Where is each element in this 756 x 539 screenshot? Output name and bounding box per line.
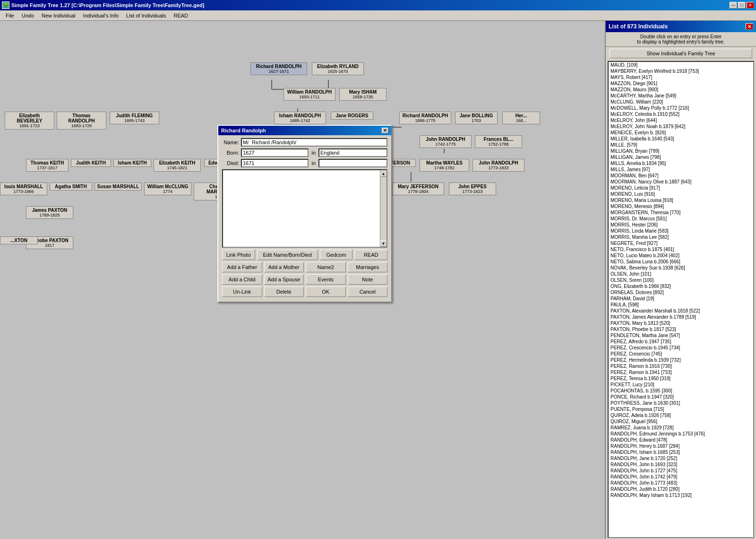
born-place-input[interactable] xyxy=(318,148,387,157)
node-elizabeth-keith[interactable]: Elizabeth KEITH 1745-1821 xyxy=(154,159,201,172)
tree-canvas[interactable]: Richard RANDOLPH 1627-1671 Elizabeth RYL… xyxy=(0,21,605,539)
list-item[interactable]: NEGRETE, Fred [927] xyxy=(609,240,753,246)
list-item[interactable]: McELROY, Celestia b.1910 [552] xyxy=(609,111,753,117)
list-item[interactable]: PARHAM, David [19] xyxy=(609,296,753,302)
add-child-button[interactable]: Add a Child xyxy=(222,274,262,285)
list-item[interactable]: MILLS, Amelia b.1834 [95] xyxy=(609,160,753,166)
died-year-input[interactable] xyxy=(241,159,309,167)
list-item[interactable]: MORRIS, Dr. Marcus [581] xyxy=(609,216,753,222)
list-item[interactable]: MAYS, Robert [417] xyxy=(609,74,753,80)
list-item[interactable]: MAYBERRY, Evelyn Winifred b.1918 [753] xyxy=(609,68,753,74)
list-item[interactable]: McELROY, John Noah b.1879 [642] xyxy=(609,123,753,130)
list-item[interactable]: MILLIGAN, James [798] xyxy=(609,154,753,160)
add-mother-button[interactable]: Add a Mother xyxy=(264,262,304,272)
menu-new-individual[interactable]: New Individual xyxy=(38,12,79,19)
node-richard-randolph[interactable]: Richard RANDOLPH 1627-1671 xyxy=(250,62,307,75)
list-item[interactable]: McELROY, John [644] xyxy=(609,117,753,123)
list-item[interactable]: PAXTON, Mary b.1813 [520] xyxy=(609,320,753,326)
name-input[interactable] xyxy=(241,138,387,147)
list-item[interactable]: McDOWELL, Mary Polly b.1772 [216] xyxy=(609,105,753,111)
list-item[interactable]: MILLS, James [97] xyxy=(609,166,753,173)
node-elizabeth-ryland[interactable]: Elizabeth RYLAND 1625-1670 xyxy=(312,62,364,75)
node-martha-wayles[interactable]: Martha WAYLES 1748-1782 xyxy=(420,159,469,172)
list-item[interactable]: MORRIS, Linda Marie [583] xyxy=(609,228,753,234)
list-item[interactable]: PEREZ, Teresa b.1950 [319] xyxy=(609,375,753,382)
list-item[interactable]: MORRIS, Hester [206] xyxy=(609,222,753,228)
list-item[interactable]: NOVAK, Beverley Sue b.1938 [626] xyxy=(609,265,753,271)
node-agatha-smith[interactable]: Agatha SMITH xyxy=(50,183,92,191)
node-william-mcclung[interactable]: William McCLUNG 1774 xyxy=(144,183,191,195)
list-item[interactable]: MILLE, [579] xyxy=(609,142,753,148)
node-thomas-keith[interactable]: Thomas KEITH 1737-1817 xyxy=(26,159,69,172)
list-item[interactable]: QUIROZ, Miguel [956] xyxy=(609,418,753,425)
list-item[interactable]: ONG, Elizabeth b.1966 [832] xyxy=(609,283,753,289)
read-button[interactable]: READ xyxy=(354,250,387,260)
node-frances[interactable]: Frances BL... 1752-1788 xyxy=(475,135,522,148)
list-item[interactable]: NETO, Sabina Luna b.2006 [666] xyxy=(609,259,753,265)
node-paxton[interactable]: ...XTON xyxy=(0,236,38,244)
list-item[interactable]: MENEICE, Evelyn b. [826] xyxy=(609,130,753,136)
node-thomas-randolph[interactable]: Thomas RANDOLPH 1683-1729 xyxy=(57,112,106,130)
individuals-list[interactable]: MAUD, [109]MAYBERRY, Evelyn Winifred b.1… xyxy=(608,61,754,538)
menu-file[interactable]: File xyxy=(2,12,18,19)
list-item[interactable]: PAXTON, Alexander Marshall b.1818 [522] xyxy=(609,308,753,314)
list-item[interactable]: RAMREZ, Juana b.1929 [728] xyxy=(609,425,753,431)
list-item[interactable]: PONCE, Richard b.1947 [320] xyxy=(609,394,753,400)
list-item[interactable]: MORRIS, Marsha Lee [582] xyxy=(609,234,753,240)
node-judith-fleming[interactable]: Judith FLEMING 1689-1743 xyxy=(110,112,159,124)
list-item[interactable]: MORENO, Maria Louisa [918] xyxy=(609,197,753,203)
list-item[interactable]: RANDOLPH, Edward [478] xyxy=(609,437,753,443)
list-item[interactable]: PAXTON, James Alexander b.1789 [519] xyxy=(609,314,753,320)
node-mary-isham[interactable]: Mary ISHAM 1658-1735 xyxy=(339,88,387,101)
list-item[interactable]: MORENO, Luis [916] xyxy=(609,191,753,197)
events-button[interactable]: Events xyxy=(306,274,346,285)
list-item[interactable]: PEREZ, Crescencio b.1945 [734] xyxy=(609,345,753,351)
list-item[interactable]: PEREZ, Ramon b.1916 [730] xyxy=(609,363,753,369)
list-item[interactable]: PAULA, [598] xyxy=(609,302,753,308)
scroll-down-button[interactable]: ▼ xyxy=(380,240,387,247)
list-item[interactable]: POCAHONTAS, b.1595 [300] xyxy=(609,388,753,394)
dialog-close-button[interactable]: ✕ xyxy=(382,128,388,133)
list-item[interactable]: RANDOLPH, Edmund Jennings b.1753 [476] xyxy=(609,431,753,437)
list-item[interactable]: MORGANSTERN, Theresia [770] xyxy=(609,209,753,216)
list-item[interactable]: RANDOLPH, John b.1773 [483] xyxy=(609,480,753,486)
ok-button[interactable]: OK xyxy=(306,287,346,297)
list-item[interactable]: RANDOLPH, John b.1727 [475] xyxy=(609,468,753,474)
note-button[interactable]: Note xyxy=(348,274,388,285)
close-button[interactable]: ✕ xyxy=(747,2,754,9)
name2-button[interactable]: Name2 xyxy=(306,262,346,272)
list-item[interactable]: RANDOLPH, John b.1742 [479] xyxy=(609,474,753,480)
node-isham-randolph[interactable]: Isham RANDOLPH 1685-1742 xyxy=(274,112,326,124)
node-henr[interactable]: Her... 168... xyxy=(502,112,540,124)
maximize-button[interactable]: □ xyxy=(738,2,746,9)
node-john-randolph[interactable]: John RANDOLPH 1742-1775 xyxy=(420,135,472,148)
unlink-button[interactable]: Un-Link xyxy=(222,287,262,297)
list-item[interactable]: QUIROZ, Adela b.1926 [758] xyxy=(609,412,753,418)
node-mary-jefferson[interactable]: Mary JEFFERSON 1778-1804 xyxy=(392,183,444,195)
menu-list-of-individuals[interactable]: List of Individuals xyxy=(122,12,170,19)
link-photo-button[interactable]: Link Photo xyxy=(222,250,255,260)
scroll-up-button[interactable]: ▲ xyxy=(380,170,387,177)
node-william-randolph[interactable]: William RANDOLPH 1650-1711 xyxy=(284,88,335,101)
edit-name-button[interactable]: Edit Name/Born/Died xyxy=(257,250,318,260)
list-item[interactable]: POYTHRESS, Jane b.1630 [301] xyxy=(609,400,753,406)
list-item[interactable]: RANDOLPH, Judith b.1720 [280] xyxy=(609,486,753,492)
born-year-input[interactable] xyxy=(241,148,309,157)
list-item[interactable]: PICKETT, Lucy [210] xyxy=(609,382,753,388)
list-item[interactable]: NETO, Lucio Mateo b.2004 [402] xyxy=(609,252,753,259)
list-item[interactable]: McCARTHY, Martha Jane [549] xyxy=(609,93,753,99)
list-item[interactable]: ORNELAS, Dolores [892] xyxy=(609,289,753,296)
gedcom-button[interactable]: Gedcom xyxy=(320,250,353,260)
node-john-eppes[interactable]: John EPPES 1773-1823 xyxy=(449,183,496,195)
node-susan-marshall[interactable]: Susan MARSHALL xyxy=(94,183,142,191)
menu-read[interactable]: READ xyxy=(170,12,192,19)
list-item[interactable]: PEREZ, Alfredo b.1947 [735] xyxy=(609,339,753,345)
node-richard2[interactable]: Richard RANDOLPH 1886-1775 xyxy=(399,112,451,124)
node-jane-bolling[interactable]: Jane BOLLING 1703 xyxy=(455,112,498,124)
list-item[interactable]: PEREZ, Cresencio [745] xyxy=(609,351,753,357)
list-item[interactable]: PUENTE, Pomposa [715] xyxy=(609,406,753,412)
node-isham-keith[interactable]: Isham KEITH xyxy=(113,159,151,167)
died-place-input[interactable] xyxy=(318,159,387,167)
node-elizabeth-beverley[interactable]: Elizabeth BEVERLEY 1691-1723 xyxy=(5,112,54,130)
cancel-button[interactable]: Cancel xyxy=(348,287,388,297)
